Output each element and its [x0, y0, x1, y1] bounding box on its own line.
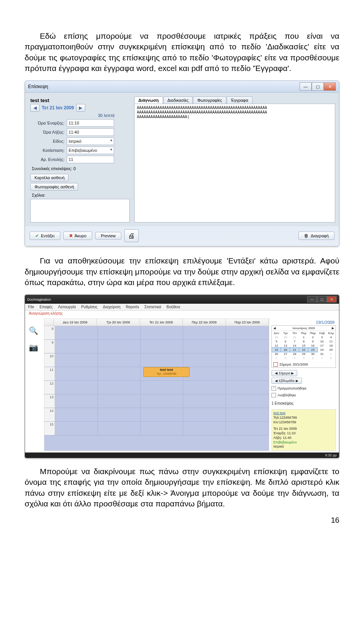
mini-cal-day[interactable]: 31: [290, 335, 299, 339]
next-date-button[interactable]: ▶: [76, 104, 85, 112]
schedule-cell[interactable]: [98, 422, 141, 435]
mini-cal-day[interactable]: 14: [290, 344, 299, 348]
schedule-cell[interactable]: [55, 394, 98, 408]
mini-cal-day[interactable]: 5: [299, 356, 308, 360]
tab-documents[interactable]: Έγγραφα: [227, 96, 253, 104]
mini-cal-day[interactable]: 6: [308, 356, 317, 360]
menu-operation[interactable]: Λειτουργία: [58, 305, 76, 309]
schedule-cell[interactable]: [226, 381, 269, 394]
mini-cal-day[interactable]: 19: [272, 348, 281, 352]
delete-button[interactable]: 🗑 Διαγραφή: [298, 232, 334, 240]
mini-cal-day[interactable]: 29: [272, 335, 281, 339]
mini-cal-day[interactable]: 13: [281, 344, 290, 348]
schedule-cell[interactable]: [226, 394, 269, 408]
close-icon[interactable]: ✕: [324, 82, 336, 91]
day-header[interactable]: Δευ 19 Ιαν 2009: [54, 319, 97, 326]
minimize-icon[interactable]: —: [300, 82, 312, 91]
week-button[interactable]: ◀ Εβδομάδα ▶: [271, 378, 302, 384]
mini-cal-day[interactable]: 17: [317, 344, 326, 348]
patient-card-button[interactable]: Καρτέλα ασθενή: [30, 174, 69, 181]
schedule-cell[interactable]: [226, 340, 269, 353]
mini-cal-day[interactable]: 11: [326, 339, 336, 344]
mini-cal-day[interactable]: 29: [299, 352, 308, 356]
schedule-cell[interactable]: [55, 353, 98, 367]
menu-file[interactable]: File: [28, 305, 34, 309]
mini-cal-day[interactable]: 9: [308, 339, 317, 344]
cancel-button[interactable]: ✖ Άκυρο: [63, 232, 92, 240]
menu-help[interactable]: Βοήθεια: [166, 305, 180, 309]
mini-cal-day[interactable]: 28: [290, 352, 299, 356]
menu-contacts[interactable]: Επαφές: [39, 305, 53, 309]
search-icon[interactable]: 🔍: [27, 326, 40, 335]
schedule-cell[interactable]: [98, 381, 141, 394]
schedule-cell[interactable]: [55, 408, 98, 421]
mini-cal-day[interactable]: 26: [272, 352, 281, 356]
schedule-cell[interactable]: [183, 422, 226, 435]
minimize-icon[interactable]: —: [307, 296, 317, 303]
mini-cal-day[interactable]: 1: [326, 352, 336, 356]
preview-button[interactable]: Preview: [95, 232, 121, 240]
today-button[interactable]: ◀ Σήμερα ▶: [271, 370, 297, 376]
mini-cal-day[interactable]: 16: [308, 344, 317, 348]
schedule-cell[interactable]: [141, 422, 184, 435]
kind-select[interactable]: Ιατρικό: [67, 137, 114, 145]
schedule-cell[interactable]: [183, 408, 226, 421]
mini-cal-day[interactable]: 18: [326, 344, 336, 348]
mini-cal-day[interactable]: 7: [290, 339, 299, 344]
schedule-cell[interactable]: [183, 326, 226, 339]
tab-photos[interactable]: Φωτογραφίες: [193, 96, 226, 104]
mini-cal-day[interactable]: 30: [308, 352, 317, 356]
mini-cal-day[interactable]: 5: [272, 339, 281, 344]
schedule-cell[interactable]: [226, 422, 269, 435]
mini-cal-day[interactable]: 27: [281, 352, 290, 356]
schedule-cell[interactable]: [141, 381, 184, 394]
menu-reports[interactable]: Reports: [126, 305, 139, 309]
mini-cal-day[interactable]: 8: [299, 339, 308, 344]
schedule-cell[interactable]: [183, 381, 226, 394]
week-schedule[interactable]: Δευ 19 Ιαν 2009 Τρι 20 Ιαν 2009 Τετ 21 Ι…: [44, 318, 269, 451]
schedule-cell[interactable]: [141, 326, 184, 339]
postponed-checkbox[interactable]: [271, 393, 276, 397]
chevron-right-icon[interactable]: ▶: [332, 326, 334, 330]
patient-photos-button[interactable]: Φωτογραφίες ασθενή: [30, 183, 78, 191]
chevron-left-icon[interactable]: ◀: [273, 326, 276, 330]
schedule-cell[interactable]: [98, 353, 141, 367]
end-time-field[interactable]: 11:40: [67, 128, 114, 136]
schedule-cell[interactable]: [98, 326, 141, 339]
mini-cal-day[interactable]: 4: [290, 356, 299, 360]
schedule-cell[interactable]: [55, 381, 98, 394]
mini-cal-day[interactable]: 25: [326, 348, 336, 352]
maximize-icon[interactable]: ▢: [317, 296, 327, 303]
mini-cal-day[interactable]: 20: [281, 348, 290, 352]
day-header[interactable]: Τετ 21 Ιαν 2009: [140, 319, 183, 326]
mini-cal-day[interactable]: 8: [326, 356, 336, 360]
mini-cal-day[interactable]: 10: [317, 339, 326, 344]
comments-textarea[interactable]: [30, 199, 130, 222]
mini-cal-day[interactable]: 30: [281, 335, 290, 339]
schedule-cell[interactable]: [141, 408, 184, 421]
close-icon[interactable]: ✕: [327, 296, 337, 303]
schedule-cell[interactable]: [183, 367, 226, 380]
mini-cal-day[interactable]: 3: [317, 335, 326, 339]
appointment-info-card[interactable]: test test Τηλ:123456789 Κιν:123456789 Τε…: [271, 409, 336, 451]
day-header[interactable]: Παρ 23 Ιαν 2009: [226, 319, 269, 326]
day-header[interactable]: Τρι 20 Ιαν 2009: [97, 319, 140, 326]
schedule-cell[interactable]: [141, 353, 184, 367]
schedule-cell[interactable]: [55, 367, 98, 380]
schedule-cell[interactable]: [226, 367, 269, 380]
today-label[interactable]: Σήμερα: 20/1/2009: [279, 363, 308, 366]
schedule-cell[interactable]: [183, 340, 226, 353]
ok-button[interactable]: ✔ Εντάξει: [30, 232, 60, 240]
status-select[interactable]: Επιβεβαιωμένο: [67, 147, 114, 154]
mini-cal-day[interactable]: 1: [299, 335, 308, 339]
schedule-cell[interactable]: [98, 340, 141, 353]
appointment-info-name[interactable]: test test: [273, 411, 334, 416]
schedule-cell[interactable]: [183, 394, 226, 408]
maximize-icon[interactable]: ▢: [312, 82, 324, 91]
mini-cal-day[interactable]: 23: [308, 348, 317, 352]
mini-cal-day[interactable]: 3: [281, 356, 290, 360]
schedule-cell[interactable]: [226, 408, 269, 421]
menu-manage[interactable]: Διαχείριση: [103, 305, 120, 309]
mini-cal-day[interactable]: 22: [299, 348, 308, 352]
schedule-cell[interactable]: [141, 394, 184, 408]
